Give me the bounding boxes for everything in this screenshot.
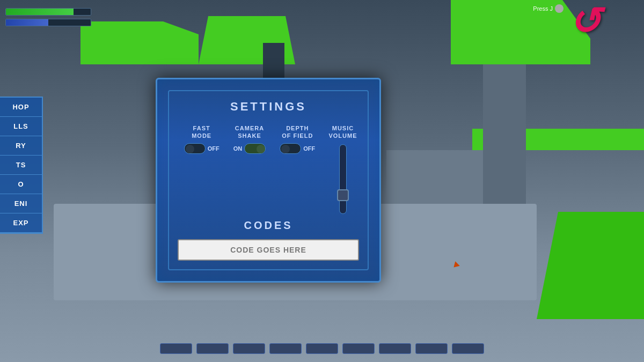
sidebar-item-eni[interactable]: ENI xyxy=(0,194,42,213)
sidebar-item-lls[interactable]: LLS xyxy=(0,117,42,136)
volume-slider-thumb[interactable] xyxy=(337,189,349,201)
sidebar-item-o[interactable]: O xyxy=(0,175,42,194)
bottom-tab-8[interactable] xyxy=(415,343,448,354)
bottom-tab-6[interactable] xyxy=(342,343,375,354)
fast-mode-control: FASTMODE OFF xyxy=(178,124,225,154)
press-j-hint: Press J xyxy=(533,4,564,13)
camera-shake-toggle[interactable] xyxy=(244,143,266,154)
game-logo-icon: ↺ xyxy=(569,3,612,46)
bottom-tab-9[interactable] xyxy=(452,343,484,354)
modal-inner-border: SETTINGS FASTMODE OFF CAMERASHAKE ON xyxy=(168,90,369,270)
energy-bar-bg xyxy=(5,19,91,26)
gear-icon[interactable] xyxy=(555,4,564,13)
sidebar-item-ry[interactable]: RY xyxy=(0,136,42,156)
depth-of-field-toggle-row: OFF xyxy=(280,143,315,154)
sidebar-item-hop[interactable]: HOP xyxy=(0,98,42,117)
camera-shake-control: CAMERASHAKE ON xyxy=(225,124,273,154)
fast-mode-knob xyxy=(186,145,194,153)
camera-shake-state-on: ON xyxy=(233,145,243,152)
depth-of-field-label: DEPTHOF FIELD xyxy=(282,124,313,140)
codes-section: CODES xyxy=(178,219,359,261)
bottom-tab-4[interactable] xyxy=(269,343,302,354)
camera-shake-knob xyxy=(257,145,265,153)
depth-of-field-toggle[interactable] xyxy=(280,143,301,154)
depth-of-field-control: DEPTHOF FIELD OFF xyxy=(274,124,321,154)
hud-bars xyxy=(5,8,91,26)
health-bar-container xyxy=(5,8,91,16)
sidebar-item-exp[interactable]: EXP xyxy=(0,213,42,233)
settings-title: SETTINGS xyxy=(178,100,359,114)
bottom-tab-1[interactable] xyxy=(160,343,192,354)
energy-bar-fill xyxy=(6,19,48,26)
music-volume-section: MUSICVOLUME xyxy=(327,124,359,214)
bottom-tab-2[interactable] xyxy=(196,343,229,354)
depth-of-field-knob xyxy=(281,145,290,153)
volume-label: MUSICVOLUME xyxy=(328,124,357,140)
volume-slider-track[interactable] xyxy=(339,144,347,214)
settings-modal: SETTINGS FASTMODE OFF CAMERASHAKE ON xyxy=(156,78,381,283)
camera-shake-toggle-row: ON xyxy=(233,143,266,154)
depth-of-field-state: OFF xyxy=(303,145,315,152)
fast-mode-toggle[interactable] xyxy=(184,143,206,154)
sidebar: HOP LLS RY TS O ENI EXP xyxy=(0,97,43,234)
bottom-tabs xyxy=(160,343,484,354)
health-bar-bg xyxy=(5,8,91,16)
fast-mode-toggle-row: OFF xyxy=(184,143,219,154)
health-bar-fill xyxy=(6,9,74,15)
block-right-tall xyxy=(483,64,526,225)
bottom-tab-5[interactable] xyxy=(306,343,338,354)
sidebar-item-ts[interactable]: TS xyxy=(0,156,42,175)
platform-top-left xyxy=(80,21,199,64)
fast-mode-label: FASTMODE xyxy=(192,124,211,140)
camera-shake-label: CAMERASHAKE xyxy=(235,124,264,140)
energy-bar-container xyxy=(5,19,91,26)
codes-title: CODES xyxy=(178,219,359,232)
code-input[interactable] xyxy=(178,239,359,261)
fast-mode-state: OFF xyxy=(208,145,219,152)
press-j-text: Press J xyxy=(533,5,553,12)
bottom-tab-3[interactable] xyxy=(233,343,265,354)
bottom-tab-7[interactable] xyxy=(379,343,411,354)
